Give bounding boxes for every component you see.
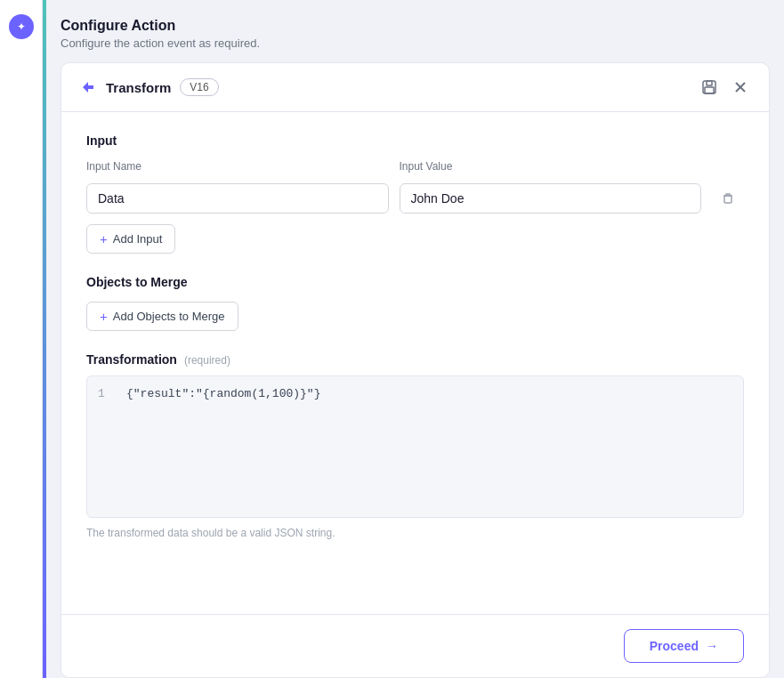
code-editor[interactable]: 1 {"result":"{random(1,100)}"}: [86, 375, 744, 518]
page-header: Configure Action Configure the action ev…: [61, 18, 770, 50]
input-value-group: [400, 183, 702, 214]
add-objects-label: Add Objects to Merge: [113, 310, 225, 323]
input-fields-header: Input Name Input Value: [86, 160, 744, 178]
svg-rect-2: [705, 87, 714, 93]
delete-input-button[interactable]: [712, 188, 744, 209]
transformation-header: Transformation (required): [86, 352, 744, 367]
line-number: 1: [98, 387, 112, 400]
svg-rect-1: [707, 81, 712, 85]
proceed-button[interactable]: Proceed →: [624, 629, 744, 663]
add-input-button[interactable]: + Add Input: [86, 224, 175, 254]
page-title: Configure Action: [61, 18, 770, 34]
proceed-label: Proceed: [650, 639, 699, 653]
sidebar: ✦: [0, 0, 43, 678]
input-row: [86, 183, 744, 214]
input-value-field[interactable]: [400, 183, 702, 214]
transformation-section: Transformation (required) 1 {"result":"{…: [86, 352, 744, 539]
plus-icon-2: +: [100, 309, 108, 324]
transform-icon: [79, 78, 97, 96]
required-label: (required): [184, 354, 230, 367]
card-header: Transform V16: [61, 63, 769, 112]
card-header-actions: [698, 76, 751, 99]
svg-rect-5: [724, 196, 731, 203]
transformation-hint: The transformed data should be a valid J…: [86, 527, 744, 539]
card-title: Transform: [106, 80, 171, 95]
input-value-column-label: Input Value: [400, 160, 702, 173]
sidebar-icon-symbol: ✦: [17, 20, 26, 33]
proceed-arrow-icon: →: [706, 639, 718, 653]
configure-action-card: Transform V16: [61, 62, 770, 678]
close-button[interactable]: [730, 77, 751, 98]
plus-icon: +: [100, 231, 108, 246]
input-section-label: Input: [86, 133, 744, 148]
code-line-1: 1 {"result":"{random(1,100)}"}: [98, 387, 732, 400]
card-footer: Proceed →: [61, 614, 769, 677]
main-content: Configure Action Configure the action ev…: [46, 0, 784, 678]
objects-to-merge-section: Objects to Merge + Add Objects to Merge: [86, 275, 744, 331]
code-text: {"result":"{random(1,100)}"}: [126, 387, 320, 400]
save-icon-button[interactable]: [698, 76, 721, 99]
transformation-section-label: Transformation: [86, 352, 177, 367]
objects-section-label: Objects to Merge: [86, 275, 744, 289]
sidebar-step-icon: ✦: [9, 14, 34, 39]
add-objects-button[interactable]: + Add Objects to Merge: [86, 302, 238, 331]
input-name-field[interactable]: [86, 183, 389, 214]
page-subtitle: Configure the action event as required.: [61, 36, 770, 50]
card-body: Input Input Name Input Value: [61, 112, 769, 614]
add-input-label: Add Input: [113, 232, 163, 246]
input-name-column-label: Input Name: [86, 160, 389, 173]
input-section: Input Input Name Input Value: [86, 133, 744, 254]
input-name-group: [86, 183, 389, 214]
version-badge: V16: [180, 78, 218, 96]
